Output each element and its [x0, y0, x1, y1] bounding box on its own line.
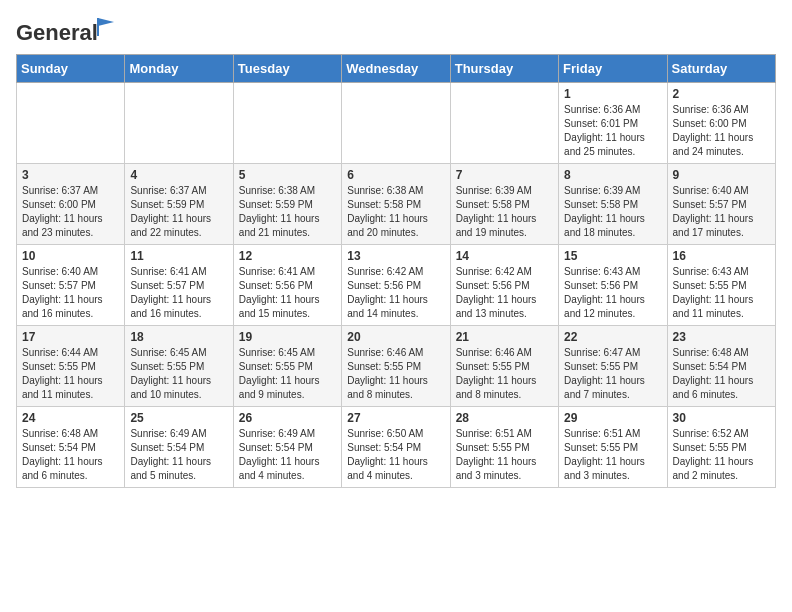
- calendar-cell: 1Sunrise: 6:36 AMSunset: 6:01 PMDaylight…: [559, 83, 667, 164]
- calendar-week-row: 10Sunrise: 6:40 AMSunset: 5:57 PMDayligh…: [17, 245, 776, 326]
- calendar-cell: 12Sunrise: 6:41 AMSunset: 5:56 PMDayligh…: [233, 245, 341, 326]
- calendar-cell: 18Sunrise: 6:45 AMSunset: 5:55 PMDayligh…: [125, 326, 233, 407]
- calendar-cell: 29Sunrise: 6:51 AMSunset: 5:55 PMDayligh…: [559, 407, 667, 488]
- day-number: 13: [347, 249, 444, 263]
- day-number: 23: [673, 330, 770, 344]
- day-info: Sunrise: 6:43 AMSunset: 5:55 PMDaylight:…: [673, 265, 770, 321]
- day-info: Sunrise: 6:41 AMSunset: 5:56 PMDaylight:…: [239, 265, 336, 321]
- day-info: Sunrise: 6:48 AMSunset: 5:54 PMDaylight:…: [22, 427, 119, 483]
- day-number: 29: [564, 411, 661, 425]
- day-info: Sunrise: 6:43 AMSunset: 5:56 PMDaylight:…: [564, 265, 661, 321]
- day-number: 21: [456, 330, 553, 344]
- calendar-cell: 7Sunrise: 6:39 AMSunset: 5:58 PMDaylight…: [450, 164, 558, 245]
- calendar-cell: 13Sunrise: 6:42 AMSunset: 5:56 PMDayligh…: [342, 245, 450, 326]
- calendar-cell: [450, 83, 558, 164]
- day-info: Sunrise: 6:49 AMSunset: 5:54 PMDaylight:…: [239, 427, 336, 483]
- calendar-cell: 19Sunrise: 6:45 AMSunset: 5:55 PMDayligh…: [233, 326, 341, 407]
- day-number: 26: [239, 411, 336, 425]
- day-number: 18: [130, 330, 227, 344]
- day-info: Sunrise: 6:40 AMSunset: 5:57 PMDaylight:…: [22, 265, 119, 321]
- day-info: Sunrise: 6:44 AMSunset: 5:55 PMDaylight:…: [22, 346, 119, 402]
- day-info: Sunrise: 6:36 AMSunset: 6:00 PMDaylight:…: [673, 103, 770, 159]
- day-number: 15: [564, 249, 661, 263]
- day-info: Sunrise: 6:51 AMSunset: 5:55 PMDaylight:…: [564, 427, 661, 483]
- day-info: Sunrise: 6:38 AMSunset: 5:59 PMDaylight:…: [239, 184, 336, 240]
- day-info: Sunrise: 6:37 AMSunset: 6:00 PMDaylight:…: [22, 184, 119, 240]
- calendar-week-row: 1Sunrise: 6:36 AMSunset: 6:01 PMDaylight…: [17, 83, 776, 164]
- day-number: 20: [347, 330, 444, 344]
- day-info: Sunrise: 6:46 AMSunset: 5:55 PMDaylight:…: [347, 346, 444, 402]
- day-number: 3: [22, 168, 119, 182]
- calendar-header-row: SundayMondayTuesdayWednesdayThursdayFrid…: [17, 55, 776, 83]
- day-info: Sunrise: 6:42 AMSunset: 5:56 PMDaylight:…: [456, 265, 553, 321]
- calendar-week-row: 24Sunrise: 6:48 AMSunset: 5:54 PMDayligh…: [17, 407, 776, 488]
- calendar-cell: 23Sunrise: 6:48 AMSunset: 5:54 PMDayligh…: [667, 326, 775, 407]
- day-info: Sunrise: 6:52 AMSunset: 5:55 PMDaylight:…: [673, 427, 770, 483]
- calendar-cell: 26Sunrise: 6:49 AMSunset: 5:54 PMDayligh…: [233, 407, 341, 488]
- calendar-cell: 27Sunrise: 6:50 AMSunset: 5:54 PMDayligh…: [342, 407, 450, 488]
- calendar-cell: 3Sunrise: 6:37 AMSunset: 6:00 PMDaylight…: [17, 164, 125, 245]
- calendar-cell: [233, 83, 341, 164]
- calendar-cell: 24Sunrise: 6:48 AMSunset: 5:54 PMDayligh…: [17, 407, 125, 488]
- svg-marker-0: [98, 18, 114, 26]
- logo: General: [16, 20, 98, 46]
- calendar-cell: [17, 83, 125, 164]
- logo-flag-icon: [96, 16, 116, 36]
- day-number: 28: [456, 411, 553, 425]
- calendar-cell: [125, 83, 233, 164]
- logo-general-text: General: [16, 20, 98, 45]
- calendar-cell: 28Sunrise: 6:51 AMSunset: 5:55 PMDayligh…: [450, 407, 558, 488]
- calendar-cell: 2Sunrise: 6:36 AMSunset: 6:00 PMDaylight…: [667, 83, 775, 164]
- day-info: Sunrise: 6:39 AMSunset: 5:58 PMDaylight:…: [456, 184, 553, 240]
- calendar-cell: 11Sunrise: 6:41 AMSunset: 5:57 PMDayligh…: [125, 245, 233, 326]
- calendar-table: SundayMondayTuesdayWednesdayThursdayFrid…: [16, 54, 776, 488]
- calendar-cell: 30Sunrise: 6:52 AMSunset: 5:55 PMDayligh…: [667, 407, 775, 488]
- header-monday: Monday: [125, 55, 233, 83]
- day-number: 25: [130, 411, 227, 425]
- calendar-cell: 6Sunrise: 6:38 AMSunset: 5:58 PMDaylight…: [342, 164, 450, 245]
- day-number: 12: [239, 249, 336, 263]
- day-number: 24: [22, 411, 119, 425]
- day-info: Sunrise: 6:51 AMSunset: 5:55 PMDaylight:…: [456, 427, 553, 483]
- day-info: Sunrise: 6:45 AMSunset: 5:55 PMDaylight:…: [239, 346, 336, 402]
- calendar-cell: 10Sunrise: 6:40 AMSunset: 5:57 PMDayligh…: [17, 245, 125, 326]
- day-number: 22: [564, 330, 661, 344]
- day-number: 11: [130, 249, 227, 263]
- calendar-cell: 14Sunrise: 6:42 AMSunset: 5:56 PMDayligh…: [450, 245, 558, 326]
- day-number: 10: [22, 249, 119, 263]
- day-number: 27: [347, 411, 444, 425]
- calendar-cell: 8Sunrise: 6:39 AMSunset: 5:58 PMDaylight…: [559, 164, 667, 245]
- calendar-week-row: 3Sunrise: 6:37 AMSunset: 6:00 PMDaylight…: [17, 164, 776, 245]
- calendar-cell: 20Sunrise: 6:46 AMSunset: 5:55 PMDayligh…: [342, 326, 450, 407]
- calendar-cell: 21Sunrise: 6:46 AMSunset: 5:55 PMDayligh…: [450, 326, 558, 407]
- day-number: 16: [673, 249, 770, 263]
- day-info: Sunrise: 6:50 AMSunset: 5:54 PMDaylight:…: [347, 427, 444, 483]
- calendar-cell: 4Sunrise: 6:37 AMSunset: 5:59 PMDaylight…: [125, 164, 233, 245]
- day-number: 4: [130, 168, 227, 182]
- day-info: Sunrise: 6:40 AMSunset: 5:57 PMDaylight:…: [673, 184, 770, 240]
- day-number: 2: [673, 87, 770, 101]
- day-info: Sunrise: 6:49 AMSunset: 5:54 PMDaylight:…: [130, 427, 227, 483]
- header-thursday: Thursday: [450, 55, 558, 83]
- header-tuesday: Tuesday: [233, 55, 341, 83]
- day-number: 19: [239, 330, 336, 344]
- day-info: Sunrise: 6:47 AMSunset: 5:55 PMDaylight:…: [564, 346, 661, 402]
- calendar-cell: [342, 83, 450, 164]
- calendar-cell: 22Sunrise: 6:47 AMSunset: 5:55 PMDayligh…: [559, 326, 667, 407]
- day-number: 5: [239, 168, 336, 182]
- day-info: Sunrise: 6:42 AMSunset: 5:56 PMDaylight:…: [347, 265, 444, 321]
- day-info: Sunrise: 6:36 AMSunset: 6:01 PMDaylight:…: [564, 103, 661, 159]
- day-info: Sunrise: 6:37 AMSunset: 5:59 PMDaylight:…: [130, 184, 227, 240]
- header-wednesday: Wednesday: [342, 55, 450, 83]
- day-number: 8: [564, 168, 661, 182]
- day-number: 30: [673, 411, 770, 425]
- page-header: General: [16, 16, 776, 46]
- header-saturday: Saturday: [667, 55, 775, 83]
- day-info: Sunrise: 6:48 AMSunset: 5:54 PMDaylight:…: [673, 346, 770, 402]
- calendar-cell: 25Sunrise: 6:49 AMSunset: 5:54 PMDayligh…: [125, 407, 233, 488]
- day-info: Sunrise: 6:39 AMSunset: 5:58 PMDaylight:…: [564, 184, 661, 240]
- calendar-cell: 9Sunrise: 6:40 AMSunset: 5:57 PMDaylight…: [667, 164, 775, 245]
- day-number: 17: [22, 330, 119, 344]
- calendar-cell: 17Sunrise: 6:44 AMSunset: 5:55 PMDayligh…: [17, 326, 125, 407]
- calendar-week-row: 17Sunrise: 6:44 AMSunset: 5:55 PMDayligh…: [17, 326, 776, 407]
